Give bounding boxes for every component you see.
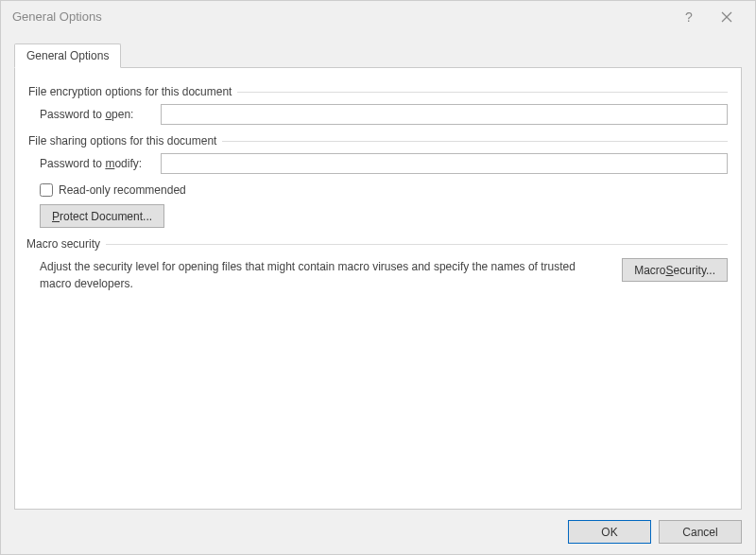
readonly-row: Read-only recommended: [40, 183, 728, 197]
password-modify-input[interactable]: [161, 153, 728, 174]
password-open-label: Password to open:: [40, 108, 153, 121]
section-sharing-header: File sharing options for this document: [28, 134, 728, 147]
password-open-row: Password to open:: [40, 104, 728, 125]
ok-button[interactable]: OK: [568, 520, 651, 544]
section-macro-label: Macro security: [26, 237, 100, 251]
macro-security-button[interactable]: Macro Security...: [622, 258, 728, 282]
protect-document-button[interactable]: Protect Document...: [40, 204, 164, 228]
section-encryption-label: File encryption options for this documen…: [28, 85, 232, 98]
titlebar: General Options ?: [1, 1, 755, 32]
tab-strip: General Options: [14, 43, 742, 68]
content-area: General Options File encryption options …: [1, 32, 755, 510]
password-modify-row: Password to modify:: [40, 153, 728, 174]
help-button[interactable]: ?: [670, 4, 708, 30]
section-encryption-header: File encryption options for this documen…: [28, 85, 728, 98]
divider: [106, 244, 728, 245]
divider: [237, 92, 728, 93]
tab-general-options[interactable]: General Options: [14, 43, 121, 68]
readonly-checkbox[interactable]: [40, 183, 53, 197]
password-modify-label: Password to modify:: [40, 157, 153, 170]
password-open-input[interactable]: [161, 104, 728, 125]
section-sharing-label: File sharing options for this document: [28, 134, 216, 147]
close-button[interactable]: [708, 4, 746, 30]
dialog-footer: OK Cancel: [1, 510, 755, 554]
macro-description: Adjust the security level for opening fi…: [40, 258, 609, 292]
close-icon: [721, 11, 732, 23]
general-options-dialog: General Options ? General Options File e…: [0, 0, 756, 555]
readonly-label: Read-only recommended: [59, 183, 186, 197]
tab-panel: File encryption options for this documen…: [14, 67, 742, 510]
dialog-title: General Options: [12, 9, 670, 24]
cancel-button[interactable]: Cancel: [659, 520, 742, 544]
macro-block: Adjust the security level for opening fi…: [40, 258, 728, 292]
help-icon: ?: [685, 9, 693, 25]
tab-label: General Options: [26, 49, 109, 62]
protect-row: Protect Document...: [40, 204, 728, 228]
section-macro-header: Macro security: [26, 237, 728, 251]
divider: [222, 141, 728, 142]
